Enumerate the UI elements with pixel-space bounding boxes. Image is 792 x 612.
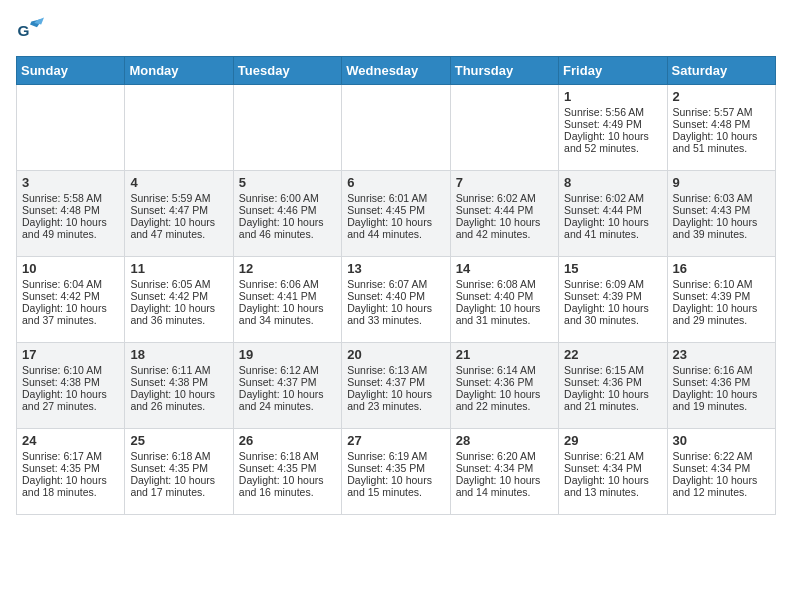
day-info: Sunrise: 5:57 AM <box>673 106 770 118</box>
day-info: Sunrise: 6:18 AM <box>239 450 336 462</box>
day-info: Sunset: 4:45 PM <box>347 204 444 216</box>
day-info: Daylight: 10 hours <box>22 302 119 314</box>
weekday-header: Wednesday <box>342 57 450 85</box>
calendar-cell: 26Sunrise: 6:18 AMSunset: 4:35 PMDayligh… <box>233 429 341 515</box>
calendar-cell <box>450 85 558 171</box>
day-number: 28 <box>456 433 553 448</box>
day-info: Sunset: 4:36 PM <box>673 376 770 388</box>
day-info: Sunrise: 6:08 AM <box>456 278 553 290</box>
day-number: 11 <box>130 261 227 276</box>
day-info: and 46 minutes. <box>239 228 336 240</box>
calendar-cell: 11Sunrise: 6:05 AMSunset: 4:42 PMDayligh… <box>125 257 233 343</box>
day-info: Sunset: 4:34 PM <box>564 462 661 474</box>
calendar-cell: 23Sunrise: 6:16 AMSunset: 4:36 PMDayligh… <box>667 343 775 429</box>
day-info: Daylight: 10 hours <box>130 216 227 228</box>
day-number: 26 <box>239 433 336 448</box>
day-info: Daylight: 10 hours <box>22 216 119 228</box>
day-info: and 22 minutes. <box>456 400 553 412</box>
day-info: and 29 minutes. <box>673 314 770 326</box>
day-info: and 30 minutes. <box>564 314 661 326</box>
day-info: Daylight: 10 hours <box>456 302 553 314</box>
day-number: 29 <box>564 433 661 448</box>
day-info: Sunset: 4:42 PM <box>22 290 119 302</box>
day-number: 9 <box>673 175 770 190</box>
day-info: Daylight: 10 hours <box>564 474 661 486</box>
calendar-cell: 30Sunrise: 6:22 AMSunset: 4:34 PMDayligh… <box>667 429 775 515</box>
day-info: Sunset: 4:48 PM <box>22 204 119 216</box>
calendar-cell: 5Sunrise: 6:00 AMSunset: 4:46 PMDaylight… <box>233 171 341 257</box>
day-number: 21 <box>456 347 553 362</box>
calendar-cell: 18Sunrise: 6:11 AMSunset: 4:38 PMDayligh… <box>125 343 233 429</box>
calendar-cell <box>17 85 125 171</box>
day-info: and 12 minutes. <box>673 486 770 498</box>
day-info: Sunrise: 6:06 AM <box>239 278 336 290</box>
svg-text:G: G <box>17 22 29 39</box>
day-info: Sunrise: 6:02 AM <box>564 192 661 204</box>
day-info: Sunrise: 6:20 AM <box>456 450 553 462</box>
day-info: Daylight: 10 hours <box>564 130 661 142</box>
day-info: Sunrise: 6:01 AM <box>347 192 444 204</box>
day-info: Sunset: 4:48 PM <box>673 118 770 130</box>
day-info: Sunset: 4:44 PM <box>456 204 553 216</box>
calendar-cell <box>342 85 450 171</box>
calendar-cell: 28Sunrise: 6:20 AMSunset: 4:34 PMDayligh… <box>450 429 558 515</box>
day-info: Sunset: 4:37 PM <box>347 376 444 388</box>
day-number: 10 <box>22 261 119 276</box>
day-number: 2 <box>673 89 770 104</box>
day-info: and 21 minutes. <box>564 400 661 412</box>
day-info: Sunset: 4:38 PM <box>130 376 227 388</box>
weekday-header: Friday <box>559 57 667 85</box>
weekday-header: Saturday <box>667 57 775 85</box>
day-info: and 39 minutes. <box>673 228 770 240</box>
day-info: Daylight: 10 hours <box>22 388 119 400</box>
day-info: Sunrise: 5:59 AM <box>130 192 227 204</box>
day-info: Sunset: 4:38 PM <box>22 376 119 388</box>
day-info: and 19 minutes. <box>673 400 770 412</box>
calendar-cell: 27Sunrise: 6:19 AMSunset: 4:35 PMDayligh… <box>342 429 450 515</box>
day-number: 27 <box>347 433 444 448</box>
day-info: and 47 minutes. <box>130 228 227 240</box>
day-number: 17 <box>22 347 119 362</box>
day-info: and 13 minutes. <box>564 486 661 498</box>
calendar-table: SundayMondayTuesdayWednesdayThursdayFrid… <box>16 56 776 515</box>
calendar-header: SundayMondayTuesdayWednesdayThursdayFrid… <box>17 57 776 85</box>
calendar-cell: 2Sunrise: 5:57 AMSunset: 4:48 PMDaylight… <box>667 85 775 171</box>
day-info: Sunrise: 6:18 AM <box>130 450 227 462</box>
weekday-header: Sunday <box>17 57 125 85</box>
calendar-cell: 1Sunrise: 5:56 AMSunset: 4:49 PMDaylight… <box>559 85 667 171</box>
day-info: Daylight: 10 hours <box>347 388 444 400</box>
day-number: 15 <box>564 261 661 276</box>
day-info: Daylight: 10 hours <box>673 388 770 400</box>
page-header: G <box>16 16 776 44</box>
day-info: Daylight: 10 hours <box>239 302 336 314</box>
day-info: Sunrise: 6:15 AM <box>564 364 661 376</box>
day-info: Sunset: 4:40 PM <box>456 290 553 302</box>
day-info: Daylight: 10 hours <box>347 302 444 314</box>
day-info: Sunrise: 6:10 AM <box>673 278 770 290</box>
day-number: 22 <box>564 347 661 362</box>
day-info: Sunrise: 6:22 AM <box>673 450 770 462</box>
day-info: Sunrise: 6:09 AM <box>564 278 661 290</box>
day-info: Sunset: 4:47 PM <box>130 204 227 216</box>
day-info: and 18 minutes. <box>22 486 119 498</box>
calendar-week-row: 10Sunrise: 6:04 AMSunset: 4:42 PMDayligh… <box>17 257 776 343</box>
calendar-week-row: 24Sunrise: 6:17 AMSunset: 4:35 PMDayligh… <box>17 429 776 515</box>
day-info: and 27 minutes. <box>22 400 119 412</box>
day-info: and 37 minutes. <box>22 314 119 326</box>
day-info: Daylight: 10 hours <box>130 388 227 400</box>
calendar-cell: 7Sunrise: 6:02 AMSunset: 4:44 PMDaylight… <box>450 171 558 257</box>
logo-icon: G <box>16 16 44 44</box>
day-info: and 23 minutes. <box>347 400 444 412</box>
calendar-cell: 4Sunrise: 5:59 AMSunset: 4:47 PMDaylight… <box>125 171 233 257</box>
day-info: and 24 minutes. <box>239 400 336 412</box>
calendar-cell: 14Sunrise: 6:08 AMSunset: 4:40 PMDayligh… <box>450 257 558 343</box>
calendar-cell: 25Sunrise: 6:18 AMSunset: 4:35 PMDayligh… <box>125 429 233 515</box>
calendar-cell <box>233 85 341 171</box>
day-number: 19 <box>239 347 336 362</box>
calendar-cell: 10Sunrise: 6:04 AMSunset: 4:42 PMDayligh… <box>17 257 125 343</box>
day-info: Sunrise: 6:00 AM <box>239 192 336 204</box>
day-info: and 42 minutes. <box>456 228 553 240</box>
calendar-week-row: 1Sunrise: 5:56 AMSunset: 4:49 PMDaylight… <box>17 85 776 171</box>
day-info: and 49 minutes. <box>22 228 119 240</box>
weekday-header: Tuesday <box>233 57 341 85</box>
